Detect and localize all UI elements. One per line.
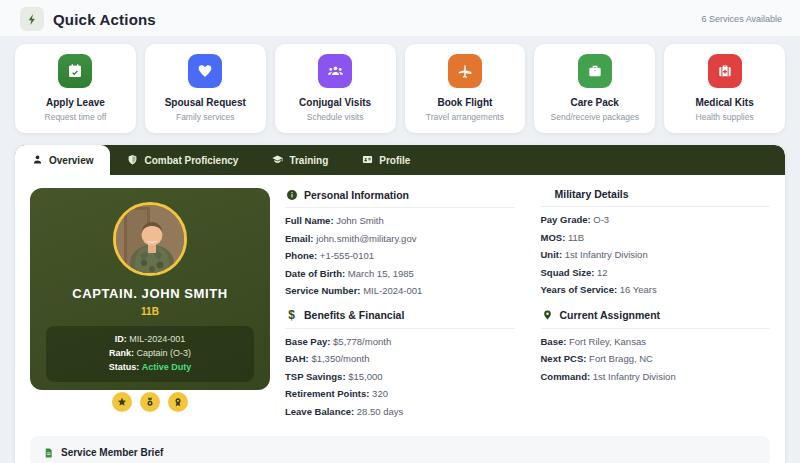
- main-panel: Overview Combat Proficiency Training Pro…: [15, 145, 785, 463]
- tab-profile[interactable]: Profile: [345, 145, 427, 175]
- tab-bar: Overview Combat Proficiency Training Pro…: [15, 145, 785, 175]
- brief-title: Service Member Brief: [61, 447, 163, 458]
- info-row: Retirement Points: 320: [285, 388, 515, 399]
- services-available-count: 6 Services Available: [702, 14, 782, 24]
- info-row: Phone: +1-555-0101: [285, 250, 515, 261]
- quick-action-subtitle: Request time off: [21, 112, 130, 122]
- quick-action-medical-kits[interactable]: Medical Kits Health supplies: [664, 44, 785, 133]
- graduation-cap-icon: [272, 154, 283, 167]
- status-badge: Active Duty: [142, 362, 192, 372]
- calendar-check-icon: [58, 54, 92, 88]
- medkit-icon: [708, 54, 742, 88]
- tab-label: Overview: [49, 155, 93, 166]
- plane-icon: [448, 54, 482, 88]
- info-row: Base: Fort Riley, Kansas: [541, 336, 771, 347]
- briefcase-icon: [578, 54, 612, 88]
- info-row: Date of Birth: March 15, 1985: [285, 268, 515, 279]
- info-row: Service Number: MIL-2024-001: [285, 285, 515, 296]
- quick-action-subtitle: Family services: [151, 112, 260, 122]
- quick-action-label: Medical Kits: [670, 97, 779, 108]
- info-row: BAH: $1,350/month: [285, 353, 515, 364]
- profile-status-row: Status: Active Duty: [52, 361, 248, 375]
- info-row: Next PCS: Fort Bragg, NC: [541, 353, 771, 364]
- soldier-name: CAPTAIN. JOHN SMITH: [42, 286, 258, 301]
- tab-overview[interactable]: Overview: [15, 145, 110, 175]
- dollar-icon: $: [285, 309, 298, 322]
- section-title: Current Assignment: [560, 309, 661, 321]
- tab-label: Combat Proficiency: [144, 155, 238, 166]
- quick-action-subtitle: Health supplies: [670, 112, 779, 122]
- quick-action-subtitle: Send/receive packages: [540, 112, 649, 122]
- location-pin-icon: [541, 309, 554, 322]
- info-row: TSP Savings: $15,000: [285, 371, 515, 382]
- section-military-details: Military Details Pay Grade: O-3 MOS: 11B…: [541, 188, 771, 303]
- info-row: Squad Size: 12: [541, 267, 771, 278]
- info-row: Years of Service: 16 Years: [541, 284, 771, 295]
- star-icon[interactable]: [112, 392, 132, 412]
- quick-action-subtitle: Schedule visits: [281, 112, 390, 122]
- quick-action-conjugal-visits[interactable]: Conjugal Visits Schedule visits: [275, 44, 396, 133]
- quick-action-apply-leave[interactable]: Apply Leave Request time off: [15, 44, 136, 133]
- info-row: Email: john.smith@military.gov: [285, 233, 515, 244]
- section-personal-information: Personal Information Full Name: John Smi…: [285, 188, 515, 303]
- id-card-icon: [362, 154, 373, 167]
- tab-combat-proficiency[interactable]: Combat Proficiency: [110, 145, 255, 175]
- section-current-assignment: Current Assignment Base: Fort Riley, Kan…: [541, 309, 771, 424]
- user-icon: [32, 154, 43, 167]
- profile-action-buttons: [42, 392, 258, 412]
- avatar: [113, 202, 187, 276]
- info-row: Base Pay: $5,778/month: [285, 336, 515, 347]
- info-row: Unit: 1st Infantry Division: [541, 249, 771, 260]
- quick-action-book-flight[interactable]: Book Flight Travel arrangements: [405, 44, 526, 133]
- quick-actions-row: Apply Leave Request time off Spousal Req…: [15, 44, 785, 133]
- info-row: Pay Grade: O-3: [541, 214, 771, 225]
- document-icon: [42, 446, 55, 459]
- lightning-icon: [20, 7, 44, 31]
- profile-id-row: ID: MIL-2024-001: [52, 333, 248, 347]
- info-row: Full Name: John Smith: [285, 215, 515, 226]
- info-row: MOS: 11B: [541, 232, 771, 243]
- profile-details-box: ID: MIL-2024-001 Rank: Captain (O-3) Sta…: [46, 326, 254, 382]
- shield-icon: [127, 154, 138, 167]
- section-benefits-financial: $Benefits & Financial Base Pay: $5,778/m…: [285, 309, 515, 424]
- profile-rank-row: Rank: Captain (O-3): [52, 347, 248, 361]
- section-title: Benefits & Financial: [304, 309, 404, 321]
- mos-badge: 11B: [42, 306, 258, 317]
- info-row: Command: 1st Infantry Division: [541, 371, 771, 382]
- service-member-brief: Service Member Brief Experienced infantr…: [30, 436, 770, 463]
- medal-icon[interactable]: [140, 392, 160, 412]
- page-title: Quick Actions: [53, 11, 156, 28]
- page-header: Quick Actions 6 Services Available: [0, 0, 800, 36]
- quick-action-label: Book Flight: [411, 97, 520, 108]
- tab-label: Training: [289, 155, 328, 166]
- info-sections: Personal Information Full Name: John Smi…: [285, 188, 770, 423]
- quick-action-spousal-request[interactable]: Spousal Request Family services: [145, 44, 266, 133]
- award-icon[interactable]: [168, 392, 188, 412]
- tab-label: Profile: [379, 155, 410, 166]
- quick-action-label: Spousal Request: [151, 97, 260, 108]
- quick-action-label: Care Pack: [540, 97, 649, 108]
- quick-action-care-pack[interactable]: Care Pack Send/receive packages: [534, 44, 655, 133]
- soldier-profile-card: CAPTAIN. JOHN SMITH 11B ID: MIL-2024-001…: [30, 188, 270, 390]
- quick-action-label: Apply Leave: [21, 97, 130, 108]
- info-icon: [285, 188, 298, 201]
- section-title: Military Details: [555, 188, 629, 200]
- info-row: Leave Balance: 28.50 days: [285, 406, 515, 417]
- quick-action-subtitle: Travel arrangements: [411, 112, 520, 122]
- section-title: Personal Information: [304, 189, 409, 201]
- users-icon: [318, 54, 352, 88]
- quick-action-label: Conjugal Visits: [281, 97, 390, 108]
- tab-training[interactable]: Training: [255, 145, 345, 175]
- heart-icon: [188, 54, 222, 88]
